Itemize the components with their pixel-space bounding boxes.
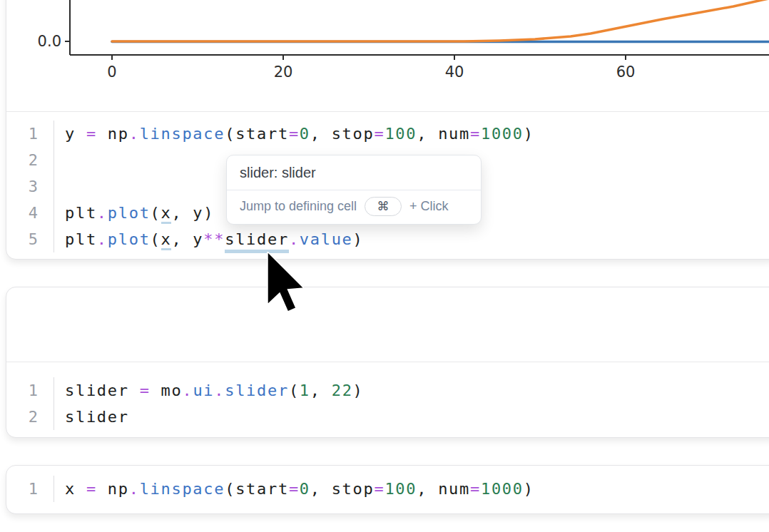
code-token: 0 [300, 125, 310, 143]
code-token: , stop [310, 480, 375, 498]
code-token: x [65, 480, 86, 498]
line-number: 1 [6, 476, 54, 502]
code-token: (start [225, 125, 289, 143]
code-token: . [214, 382, 225, 399]
line-number: 2 [6, 147, 54, 173]
code-line[interactable]: plt.plot(x, y) [54, 200, 214, 226]
x-tick-label: 20 [274, 63, 293, 81]
line-number: 1 [6, 377, 54, 404]
code-token: linspace [140, 480, 225, 498]
code-line-row[interactable]: 5plt.plot(x, y**slider.value) [6, 226, 769, 252]
code-line[interactable]: plt.plot(x, y**slider.value) [54, 226, 364, 252]
code-token: slider [65, 382, 140, 399]
code-token: slider [225, 382, 289, 399]
code-editor-x[interactable]: 1x = np.linspace(start=0, stop=100, num=… [6, 476, 769, 502]
code-token: , stop [310, 125, 375, 143]
variable-reference[interactable]: x [161, 204, 172, 224]
variable-reference[interactable]: x [161, 230, 172, 250]
code-token: y [65, 125, 86, 143]
code-token: = [289, 125, 300, 143]
code-line[interactable]: slider [54, 404, 129, 430]
line-number: 1 [6, 121, 54, 147]
code-token: 0 [300, 480, 310, 498]
cell-x: 1x = np.linspace(start=0, stop=100, num=… [6, 465, 769, 514]
line-number: 4 [6, 200, 54, 226]
code-token: . [129, 125, 140, 143]
code-line[interactable]: x = np.linspace(start=0, stop=100, num=1… [54, 476, 534, 502]
code-token: ) [524, 125, 534, 143]
code-token: np [97, 480, 129, 498]
code-line-row[interactable]: 2slider [6, 404, 769, 430]
code-token: . [97, 204, 108, 222]
code-token: = [470, 480, 481, 498]
x-tick-label: 60 [616, 63, 636, 81]
code-token: ( [151, 204, 161, 222]
code-line[interactable] [54, 173, 65, 200]
tooltip-title: slider: slider [227, 155, 481, 190]
code-token: plot [108, 204, 151, 222]
code-token: value [300, 230, 353, 248]
code-token: slider [65, 408, 129, 426]
line-number: 2 [6, 404, 54, 430]
command-key-icon: ⌘ [377, 199, 389, 214]
jump-to-defining-cell-action[interactable]: Jump to defining cell [240, 199, 357, 214]
code-token: mo [151, 382, 183, 399]
code-token: 1000 [481, 125, 524, 143]
notebook-page: 1y = np.linspace(start=0, stop=100, num=… [0, 0, 769, 532]
code-token: , num [417, 125, 470, 143]
code-token: . [97, 230, 108, 248]
cell-slider: 1slider = mo.ui.slider(1, 22)2slider [6, 287, 769, 438]
code-token: ) [353, 230, 364, 248]
code-token: = [140, 382, 151, 399]
code-token: , num [417, 480, 470, 498]
code-token: = [374, 125, 385, 143]
code-line-row[interactable]: 1x = np.linspace(start=0, stop=100, num=… [6, 476, 769, 502]
code-line-row[interactable]: 1y = np.linspace(start=0, stop=100, num=… [6, 121, 769, 147]
code-token: plot [108, 230, 151, 248]
code-token: . [182, 382, 193, 399]
code-token: 1 [300, 382, 310, 399]
code-token: linspace [140, 125, 225, 143]
code-token: = [86, 480, 97, 498]
code-token: plt [65, 230, 97, 248]
line-number: 3 [6, 173, 54, 200]
variable-tooltip: slider: slider Jump to defining cell ⌘ +… [226, 155, 482, 225]
y-tick-label: 0.0 [38, 33, 61, 50]
slider-reference-link[interactable]: slider [225, 230, 289, 253]
code-line-row[interactable]: 1slider = mo.ui.slider(1, 22) [6, 377, 769, 404]
code-line[interactable]: slider = mo.ui.slider(1, 22) [54, 377, 364, 404]
code-token: , y) [171, 204, 214, 222]
code-token: ** [203, 230, 225, 248]
cell-output-code-divider [6, 111, 769, 112]
code-editor-slider[interactable]: 1slider = mo.ui.slider(1, 22)2slider [6, 377, 769, 430]
code-token: = [86, 125, 97, 143]
code-token: . [129, 480, 140, 498]
code-token: ) [524, 480, 534, 498]
code-token: np [97, 125, 129, 143]
series-line-orange [112, 0, 769, 41]
code-token: plt [65, 204, 97, 222]
x-tick-label: 0 [107, 63, 116, 81]
matplotlib-plot-output: 0.00204060 [6, 0, 769, 102]
line-number: 5 [6, 226, 54, 252]
code-token: ( [151, 230, 161, 248]
command-key-pill: ⌘ [365, 197, 402, 216]
code-token: . [289, 230, 300, 248]
code-token: ( [289, 382, 300, 399]
code-token: , [310, 382, 332, 399]
code-token: 1000 [481, 480, 524, 498]
code-line[interactable] [54, 147, 65, 173]
code-line[interactable]: y = np.linspace(start=0, stop=100, num=1… [54, 121, 534, 147]
code-token: = [374, 480, 385, 498]
code-token: ) [353, 382, 364, 399]
code-token: (start [225, 480, 289, 498]
code-token: = [289, 480, 300, 498]
code-token: , y [171, 230, 203, 248]
code-token: ui [193, 382, 214, 399]
x-tick-label: 40 [445, 63, 464, 81]
code-token: = [470, 125, 481, 143]
code-token: 100 [385, 480, 417, 498]
cell-output-code-divider [6, 362, 769, 362]
code-token: 100 [385, 125, 417, 143]
tooltip-click-hint: + Click [409, 199, 449, 214]
